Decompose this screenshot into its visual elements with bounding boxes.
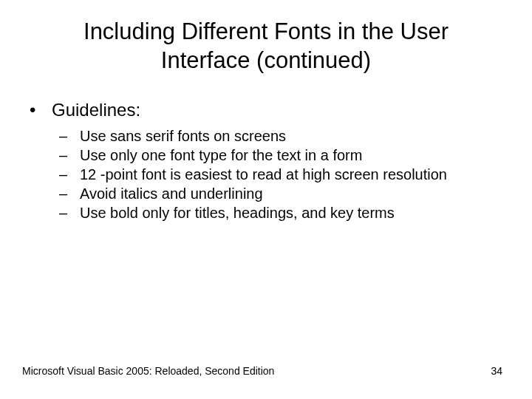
- list-item-text: Use only one font type for the text in a…: [80, 146, 362, 165]
- sub-bullet-list: – Use sans serif fonts on screens – Use …: [30, 126, 510, 222]
- dash-icon: –: [59, 126, 80, 146]
- bullet-level1: •Guidelines:: [30, 98, 510, 123]
- list-item-text: Use bold only for titles, headings, and …: [80, 203, 395, 222]
- list-item: – Use only one font type for the text in…: [59, 146, 510, 165]
- list-item: – 12 -point font is easiest to read at h…: [59, 165, 510, 184]
- list-item-text: Avoid italics and underlining: [80, 184, 263, 203]
- list-item: – Use sans serif fonts on screens: [59, 126, 510, 146]
- footer-text: Microsoft Visual Basic 2005: Reloaded, S…: [22, 365, 274, 377]
- bullet-dot-icon: •: [30, 98, 52, 123]
- list-item-text: Use sans serif fonts on screens: [80, 126, 286, 146]
- list-item: – Use bold only for titles, headings, an…: [59, 203, 510, 222]
- dash-icon: –: [59, 146, 80, 165]
- list-item-text: 12 -point font is easiest to read at hig…: [80, 165, 447, 184]
- slide-content: •Guidelines: – Use sans serif fonts on s…: [22, 98, 510, 223]
- dash-icon: –: [59, 165, 80, 184]
- page-number: 34: [491, 365, 502, 377]
- dash-icon: –: [59, 203, 80, 222]
- slide: Including Different Fonts in the User In…: [0, 0, 532, 399]
- slide-title: Including Different Fonts in the User In…: [44, 18, 488, 75]
- list-item: – Avoid italics and underlining: [59, 184, 510, 203]
- dash-icon: –: [59, 184, 80, 203]
- bullet-level1-text: Guidelines:: [52, 100, 140, 120]
